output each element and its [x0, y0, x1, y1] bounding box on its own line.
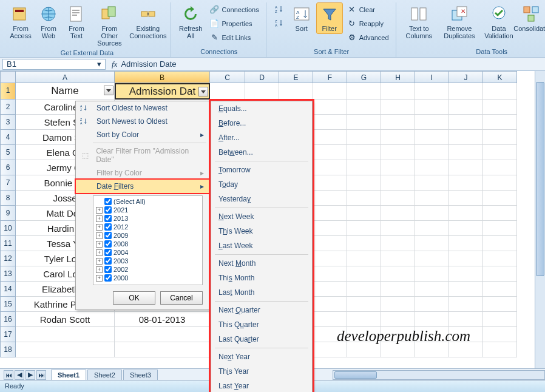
cell-I2[interactable] — [415, 100, 449, 115]
submenu-item[interactable]: Next Month — [211, 256, 312, 271]
submenu-item[interactable]: Tomorrow — [211, 163, 312, 177]
cell-F3[interactable] — [313, 115, 347, 130]
scroll-thumb[interactable] — [334, 371, 377, 379]
cell-F9[interactable] — [313, 206, 347, 221]
cell-I6[interactable] — [415, 160, 449, 175]
year-checkbox-2008[interactable]: +2008 — [95, 240, 201, 248]
cell-J3[interactable] — [449, 115, 483, 130]
cell-H2[interactable] — [381, 100, 415, 115]
cell-G8[interactable] — [347, 191, 381, 206]
row-header[interactable]: 4 — [0, 130, 16, 145]
cell-G1[interactable] — [347, 83, 381, 100]
cell-K9[interactable] — [483, 206, 517, 221]
cell-K13[interactable] — [483, 266, 517, 282]
connections-button[interactable]: 🔗Connections — [206, 2, 262, 16]
cell-J7[interactable] — [449, 175, 483, 191]
expand-icon[interactable]: + — [96, 232, 103, 239]
cell-H16[interactable] — [381, 312, 415, 327]
select-all-corner[interactable] — [0, 71, 16, 83]
data-validation-button[interactable]: Data Validation — [482, 2, 516, 41]
cell-F5[interactable] — [313, 145, 347, 160]
cell-K3[interactable] — [483, 115, 517, 130]
cell-I8[interactable] — [415, 191, 449, 206]
clear-filter-button[interactable]: ✕Clear — [344, 2, 392, 16]
horizontal-scrollbar[interactable] — [333, 370, 545, 380]
cell-H10[interactable] — [381, 221, 415, 236]
expand-icon[interactable]: + — [96, 241, 103, 248]
fx-icon[interactable]: fx — [112, 59, 117, 69]
cell-G15[interactable] — [347, 297, 381, 312]
cell-K2[interactable] — [483, 100, 517, 115]
from-access-button[interactable]: From Access — [7, 2, 34, 41]
cell-K6[interactable] — [483, 160, 517, 175]
expand-icon[interactable]: + — [96, 215, 103, 222]
cell-G14[interactable] — [347, 282, 381, 297]
cell-I10[interactable] — [415, 221, 449, 236]
column-header-A[interactable]: A — [16, 71, 115, 83]
cell-D1[interactable] — [245, 83, 279, 100]
cell-G11[interactable] — [347, 236, 381, 251]
row-header[interactable]: 14 — [0, 282, 16, 297]
cell-G9[interactable] — [347, 206, 381, 221]
cell-K16[interactable] — [483, 312, 517, 327]
sheet-tab-2[interactable]: Sheet2 — [87, 370, 122, 380]
column-header-E[interactable]: E — [279, 71, 313, 83]
cell-J15[interactable] — [449, 297, 483, 312]
advanced-button[interactable]: ⚙Advanced — [344, 30, 392, 44]
name-box[interactable]: B1▾ — [2, 59, 106, 70]
row-header[interactable]: 6 — [0, 160, 16, 175]
row-header[interactable]: 13 — [0, 266, 16, 282]
row-header[interactable]: 11 — [0, 236, 16, 251]
cell-H15[interactable] — [381, 297, 415, 312]
submenu-item[interactable]: Last Week — [211, 238, 312, 253]
cell-G6[interactable] — [347, 160, 381, 175]
cell-E1[interactable] — [279, 83, 313, 100]
row-header[interactable]: 12 — [0, 251, 16, 266]
row-header[interactable]: 17 — [0, 327, 16, 342]
sort-by-color[interactable]: Sort by Color▸ — [76, 128, 209, 141]
cell-I1[interactable] — [415, 83, 449, 100]
tab-nav-prev[interactable]: ◀ — [15, 370, 24, 380]
cell-I9[interactable] — [415, 206, 449, 221]
cell-K12[interactable] — [483, 251, 517, 266]
cell-F4[interactable] — [313, 130, 347, 145]
reapply-button[interactable]: ↻Reapply — [344, 16, 392, 30]
cell-A16[interactable]: Rodan Scott — [16, 312, 115, 327]
cell-K17[interactable] — [483, 327, 517, 342]
cell-F8[interactable] — [313, 191, 347, 206]
cell-H9[interactable] — [381, 206, 415, 221]
submenu-item[interactable]: Next Week — [211, 209, 312, 224]
filter-button[interactable]: Filter — [316, 2, 343, 34]
column-header-F[interactable]: F — [313, 71, 347, 83]
cell-K1[interactable] — [483, 83, 517, 100]
cell-H14[interactable] — [381, 282, 415, 297]
cell-F14[interactable] — [313, 282, 347, 297]
cell-B18[interactable] — [115, 342, 210, 357]
existing-connections-button[interactable]: Existing Connections — [129, 2, 167, 41]
filter-dropdown-button[interactable] — [198, 87, 208, 96]
cell-K5[interactable] — [483, 145, 517, 160]
cell-I5[interactable] — [415, 145, 449, 160]
cell-F15[interactable] — [313, 297, 347, 312]
row-header[interactable]: 15 — [0, 297, 16, 312]
cell-F2[interactable] — [313, 100, 347, 115]
cell-F12[interactable] — [313, 251, 347, 266]
cell-K14[interactable] — [483, 282, 517, 297]
cell-J11[interactable] — [449, 236, 483, 251]
cell-G10[interactable] — [347, 221, 381, 236]
sort-newest-oldest[interactable]: ZASort Newest to Oldest — [76, 115, 209, 128]
date-filters[interactable]: Date Filters▸ — [75, 179, 209, 194]
cell-I4[interactable] — [415, 130, 449, 145]
expand-icon[interactable]: + — [96, 249, 103, 256]
remove-duplicates-button[interactable]: ✕Remove Duplicates — [438, 2, 481, 41]
expand-icon[interactable]: + — [96, 266, 103, 273]
select-all-checkbox[interactable]: (Select All) — [95, 197, 201, 206]
cell-C1[interactable] — [210, 83, 245, 100]
tab-nav-first[interactable]: ⏮ — [4, 370, 13, 380]
submenu-item[interactable]: Today — [211, 177, 312, 192]
cell-I16[interactable] — [415, 312, 449, 327]
cell-F7[interactable] — [313, 175, 347, 191]
cell-J16[interactable] — [449, 312, 483, 327]
submenu-item[interactable]: Between... — [211, 145, 312, 160]
cell-G7[interactable] — [347, 175, 381, 191]
